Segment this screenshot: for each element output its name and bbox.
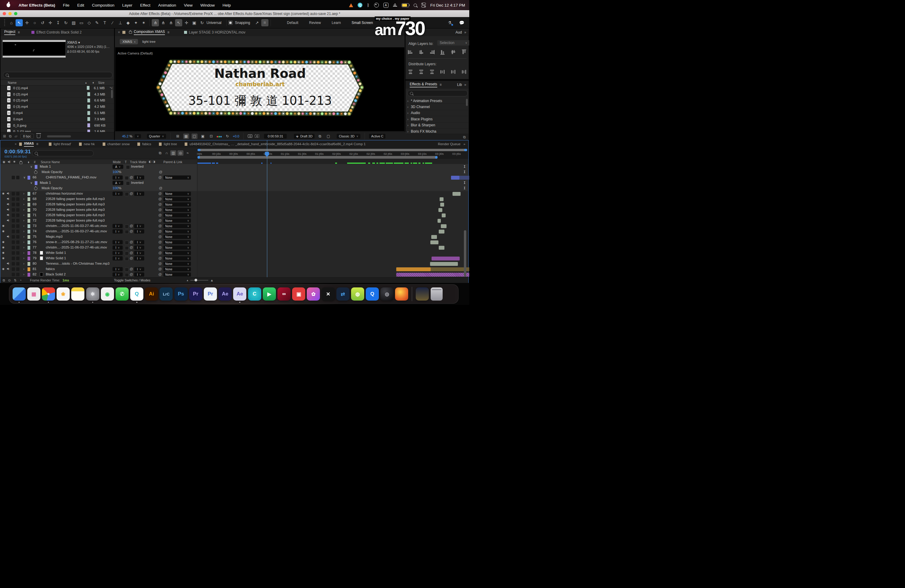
timeline-tab-xmas-active[interactable]: XMAS≡ (19, 141, 41, 147)
gizmo-universal[interactable]: ⋔ (152, 19, 159, 26)
layer-duration-bar[interactable] (396, 273, 469, 277)
ruler-grid-icon[interactable]: ⊞ (175, 133, 181, 139)
menu-item-help[interactable]: Help (223, 3, 231, 8)
selection-tool[interactable]: ↖ (16, 19, 23, 26)
fx-overflow-chevron[interactable]: » (464, 83, 466, 87)
track-lane[interactable] (197, 240, 468, 245)
layer-duration-bar[interactable] (440, 197, 443, 201)
menu-item-composition[interactable]: Composition (92, 3, 114, 8)
track-lane[interactable]: I (197, 186, 468, 191)
effects-search-input[interactable] (407, 90, 468, 96)
effects-category-blace-plugins[interactable]: ›Blace Plugins (405, 116, 468, 122)
layer-duration-bar[interactable] (438, 208, 442, 212)
keyframe-ibeam[interactable]: I (464, 170, 466, 174)
gizmo-move[interactable]: ✛ (183, 19, 190, 26)
dock-app-chrome[interactable]: ● (42, 288, 55, 300)
composition-viewer[interactable]: Active Camera (Default) Nathan Road cham… (115, 47, 404, 131)
track-lane[interactable] (197, 250, 468, 256)
align-h-center-icon[interactable] (419, 50, 424, 54)
user-icon[interactable] (374, 3, 379, 8)
track-lane[interactable] (197, 213, 468, 218)
track-lane[interactable] (197, 272, 468, 278)
dock-app-notes[interactable] (71, 288, 84, 300)
apple-menu-icon[interactable] (6, 3, 10, 7)
tab-effects-presets[interactable]: Effects & Presets (410, 82, 437, 87)
effects-category-3d-channel[interactable]: ›3D Channel (405, 104, 468, 110)
timeline-vscrollbar[interactable] (464, 230, 466, 277)
label-column-icon[interactable]: ⬧ (28, 160, 29, 164)
battery-icon[interactable] (402, 3, 409, 7)
breadcrumb-comp-button[interactable]: XMAS‹ (120, 39, 138, 44)
expand-transfer-icon[interactable]: ⊙ (8, 278, 11, 282)
timeline-search-input[interactable] (32, 150, 94, 156)
rotation-tool[interactable]: ↻ (62, 19, 70, 26)
view-dropdown[interactable]: Active C (369, 134, 386, 138)
stamp-tool[interactable]: ⊥ (117, 19, 124, 26)
work-area-bar[interactable] (197, 156, 438, 159)
bluetooth-icon[interactable]: ᛒ (367, 3, 369, 8)
wifi-icon[interactable] (393, 3, 397, 6)
resolution-dropdown[interactable]: Quarter∨ (147, 134, 166, 138)
comp-panel-menu-icon[interactable]: ≡ (167, 30, 170, 35)
crop-icon[interactable]: ⊡ (208, 133, 214, 139)
track-lane[interactable] (197, 229, 468, 234)
timeline-tab-3[interactable]: chamber snow (103, 142, 130, 146)
orbit-camera-tool[interactable]: ↺ (39, 19, 46, 26)
project-hscrollbar[interactable] (47, 135, 71, 137)
shy-icon[interactable]: ∩ (164, 150, 170, 156)
toolbar-grip[interactable] (4, 19, 5, 26)
track-lane[interactable] (197, 207, 468, 213)
dock-app-play-app[interactable]: ▶ (263, 288, 276, 300)
track-lane[interactable] (197, 245, 468, 251)
effects-category-blur-sharpen[interactable]: ›Blur & Sharpen (405, 122, 468, 129)
track-lane[interactable] (197, 175, 468, 181)
unlock-icon[interactable] (129, 31, 132, 33)
label-chip[interactable] (87, 111, 90, 115)
snapping-label[interactable]: Snapping (235, 21, 250, 25)
type-tool[interactable]: T (101, 19, 108, 26)
tab-audio-partial[interactable]: Aud (456, 30, 462, 35)
align-mode-dropdown[interactable]: Selection∨ (437, 40, 469, 46)
timeline-ruler-zone[interactable]: :00s00:15s00:30s00:45s01:00s01:15s01:30s… (197, 148, 468, 159)
pan-camera-tool[interactable]: ✛ (47, 19, 54, 26)
align-right-icon[interactable] (429, 50, 435, 54)
project-file-row[interactable]: 0.mp46.1 MB (1, 110, 114, 116)
dock-app-black-x-app[interactable]: ✕ (322, 288, 335, 300)
label-chip[interactable] (87, 123, 90, 127)
project-search-input[interactable] (3, 72, 113, 78)
align-bottom-icon[interactable] (462, 50, 466, 55)
timeline-tab-2[interactable]: new hk (79, 142, 95, 146)
col-t[interactable]: T (125, 160, 127, 164)
app-menu[interactable]: After Effects (Beta) (19, 3, 55, 8)
col-parent-link[interactable]: Parent & Link (164, 160, 182, 164)
timeline-navigator-bar[interactable] (197, 149, 467, 151)
track-lane[interactable] (197, 256, 468, 261)
track-lane[interactable] (197, 202, 468, 208)
workspace-review[interactable]: Review (309, 21, 321, 25)
timeline-tab-menu-icon[interactable]: ≡ (36, 142, 39, 146)
label-chip[interactable] (87, 86, 89, 90)
dock-app-system-settings[interactable]: ✱ (86, 288, 99, 300)
beaker-icon[interactable]: ⚗ (446, 19, 453, 26)
distribute-right-icon[interactable] (462, 70, 466, 75)
zoom-value[interactable]: 45.2 (122, 134, 129, 138)
current-time-button[interactable]: 0:00:59:31 (264, 134, 287, 138)
menu-clock[interactable]: Fri Dec 12 4:17 PM (430, 3, 465, 8)
dock-app-blue-q-app[interactable]: Q (366, 288, 379, 300)
gizmo-off[interactable]: ⋔ (167, 19, 175, 26)
brush-tool[interactable]: ∕ (109, 19, 116, 26)
bit-depth-button[interactable]: 8 bpc (21, 134, 34, 138)
playhead-line[interactable] (267, 140, 267, 277)
effects-scrollbar[interactable] (466, 99, 468, 106)
track-lane[interactable] (197, 196, 468, 202)
timeline-tab-1[interactable]: light thread' (49, 142, 71, 146)
workspace-default[interactable]: Default (287, 21, 298, 25)
exposure-value[interactable]: +0.0 (233, 134, 240, 138)
matte-alpha-icon[interactable]: ◧ (149, 160, 151, 163)
q-search-menu-icon[interactable]: Q (358, 3, 362, 8)
project-preview-thumbnail[interactable] (2, 40, 66, 58)
dock-app-transfer-app[interactable]: ⇄ (337, 288, 349, 300)
motion-blur-icon[interactable]: ◎ (178, 150, 183, 156)
dock-app-after-effects-beta[interactable]: Ae (233, 288, 246, 300)
dock-app-premiere-beta[interactable]: Pr (204, 288, 217, 300)
